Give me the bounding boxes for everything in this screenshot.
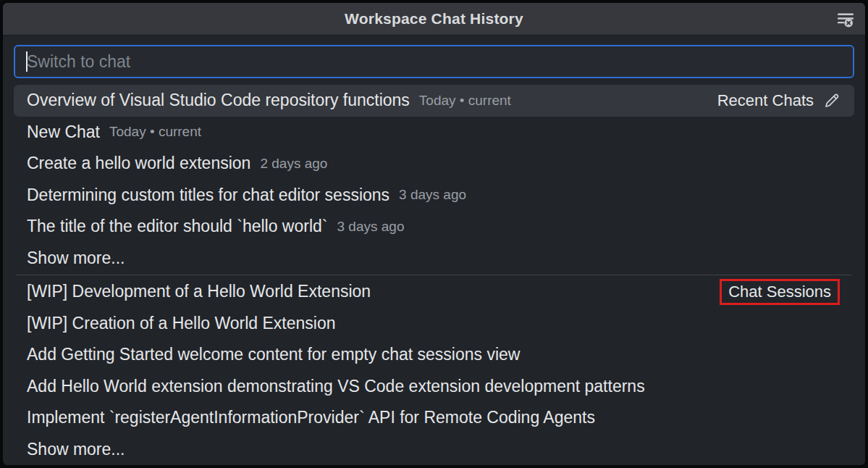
section-label-chat-sessions: Chat Sessions — [720, 279, 840, 305]
chat-title: Implement `registerAgentInformationProvi… — [27, 408, 595, 427]
chat-history-item[interactable]: Implement `registerAgentInformationProvi… — [14, 402, 854, 434]
chat-history-item-selected[interactable]: Overview of Visual Studio Code repositor… — [14, 85, 854, 117]
show-more-label: Show more... — [27, 248, 125, 268]
dialog-titlebar: Workspace Chat History — [3, 3, 865, 35]
chat-history-item[interactable]: New Chat Today • current — [14, 117, 854, 149]
chat-history-item[interactable]: [WIP] Creation of a Hello World Extensio… — [14, 308, 854, 340]
chat-meta: 3 days ago — [337, 219, 405, 235]
chat-title: [WIP] Creation of a Hello World Extensio… — [27, 314, 336, 333]
chat-history-list: Overview of Visual Studio Code repositor… — [14, 85, 854, 465]
chat-title: New Chat — [27, 122, 100, 142]
chat-title: Determining custom titles for chat edito… — [27, 185, 389, 205]
chat-title: [WIP] Development of a Hello World Exten… — [27, 282, 371, 301]
dialog-title: Workspace Chat History — [345, 10, 523, 28]
show-more-chat-sessions[interactable]: Show more... — [14, 434, 854, 466]
chat-history-item[interactable]: The title of the editor should `hello wo… — [14, 211, 854, 243]
workspace-chat-history-dialog: Workspace Chat History — [0, 0, 868, 468]
section-label-recent-chats: Recent Chats — [717, 91, 814, 110]
show-more-label: Show more... — [27, 440, 125, 459]
text-caret — [26, 51, 28, 72]
clear-all-button[interactable] — [833, 7, 856, 30]
chat-title: Overview of Visual Studio Code repositor… — [27, 91, 410, 110]
rename-chat-button[interactable] — [822, 91, 841, 110]
chat-history-item[interactable]: Add Hello World extension demonstrating … — [14, 371, 854, 403]
chat-title: The title of the editor should `hello wo… — [27, 217, 328, 236]
chat-title: Add Getting Started welcome content for … — [27, 345, 520, 364]
clear-all-icon — [835, 9, 855, 29]
chat-meta: Today • current — [419, 93, 511, 109]
chat-title: Add Hello World extension demonstrating … — [27, 377, 645, 396]
chat-meta: Today • current — [109, 124, 201, 140]
search-input[interactable] — [14, 45, 854, 78]
show-more-recent-chats[interactable]: Show more... — [14, 243, 854, 275]
chat-history-item[interactable]: Create a hello world extension 2 days ag… — [14, 148, 854, 180]
chat-meta: 3 days ago — [399, 187, 466, 203]
chat-title: Create a hello world extension — [27, 154, 250, 173]
chat-history-item[interactable]: Add Getting Started welcome content for … — [14, 339, 854, 371]
chat-history-item[interactable]: [WIP] Development of a Hello World Exten… — [14, 276, 854, 308]
chat-meta: 2 days ago — [260, 156, 327, 172]
chat-history-item[interactable]: Determining custom titles for chat edito… — [14, 180, 854, 212]
section-divider — [16, 275, 852, 275]
search-box — [14, 45, 854, 78]
edit-pencil-icon — [822, 91, 841, 110]
